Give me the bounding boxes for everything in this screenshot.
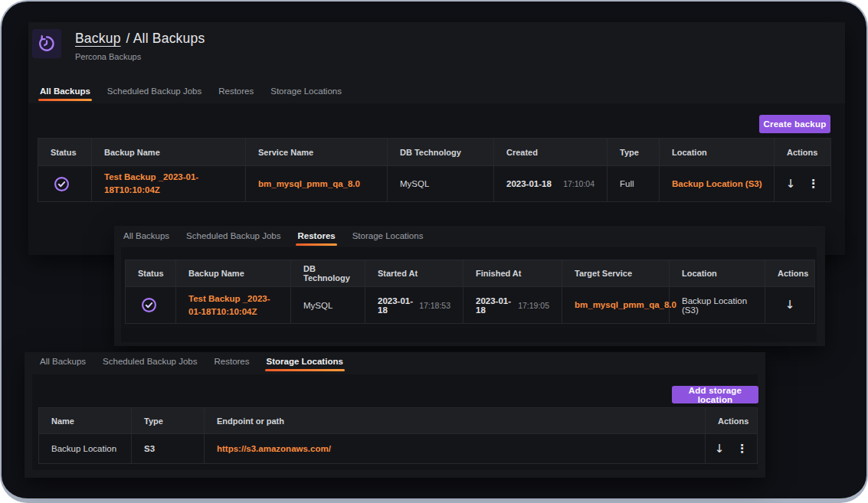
tab-restores[interactable]: Restores bbox=[297, 231, 335, 246]
tab-scheduled-backup-jobs[interactable]: Scheduled Backup Jobs bbox=[186, 231, 280, 246]
column-header-created: Created bbox=[494, 139, 608, 166]
column-header-location: Location bbox=[660, 139, 775, 166]
table-row: Test Backup _2023-01-18T10:10:04Z MySQL … bbox=[126, 287, 815, 324]
download-icon[interactable]: ↓ bbox=[786, 178, 796, 190]
backup-name-link[interactable]: Test Backup _2023-01-18T10:10:04Z bbox=[188, 292, 283, 318]
tab-all-backups[interactable]: All Backups bbox=[123, 231, 169, 246]
column-header-service-name: Service Name bbox=[246, 139, 388, 166]
target-service-link[interactable]: bm_mysql_pmm_qa_8.0 bbox=[575, 299, 676, 312]
app-card: Backup / All Backups Percona Backups All… bbox=[0, 0, 868, 503]
tab-all-backups[interactable]: All Backups bbox=[40, 87, 90, 101]
tab-restores[interactable]: Restores bbox=[218, 87, 254, 101]
add-storage-location-button[interactable]: Add storage location bbox=[672, 386, 758, 403]
download-icon[interactable]: ↓ bbox=[785, 299, 795, 311]
name-cell: Backup Location bbox=[39, 434, 132, 464]
tab-storage-locations[interactable]: Storage Locations bbox=[352, 231, 424, 246]
location-cell: Backup Location (S3) bbox=[660, 166, 775, 202]
target-service-cell: bm_mysql_pmm_qa_8.0 bbox=[562, 287, 670, 324]
column-header-type: Type bbox=[608, 139, 660, 166]
tab-scheduled-backup-jobs[interactable]: Scheduled Backup Jobs bbox=[107, 87, 201, 101]
actions: ↓ ⋮ bbox=[706, 443, 757, 455]
started-time: 17:18:53 bbox=[419, 301, 450, 310]
endpoint-cell: https://s3.amazonaws.com/ bbox=[205, 434, 706, 464]
column-header-location: Location bbox=[670, 260, 765, 287]
all-backups-table: Status Backup Name Service Name DB Techn… bbox=[38, 138, 831, 202]
actions-cell: ↓ ⋮ bbox=[775, 166, 831, 202]
table-header-row: Name Type Endpoint or path Actions bbox=[39, 408, 758, 434]
service-name-link[interactable]: bm_mysql_pmm_qa_8.0 bbox=[258, 178, 360, 191]
column-header-finished-at: Finished At bbox=[463, 260, 562, 287]
check-circle-icon bbox=[141, 297, 157, 313]
tab-all-backups[interactable]: All Backups bbox=[40, 357, 86, 371]
panel-all-backups: Backup / All Backups Percona Backups All… bbox=[28, 22, 845, 255]
location-text: Backup Location (S3) bbox=[682, 296, 747, 315]
type-cell: Full bbox=[608, 166, 660, 202]
actions-cell: ↓ ⋮ bbox=[706, 434, 758, 464]
breadcrumb-current: / All Backups bbox=[126, 31, 205, 47]
column-header-name: Name bbox=[39, 408, 132, 434]
table-header-row: Status Backup Name Service Name DB Techn… bbox=[38, 139, 831, 166]
kebab-menu-icon[interactable]: ⋮ bbox=[736, 443, 748, 455]
backup-name-link[interactable]: Test Backup _2023-01-18T10:10:04Z bbox=[104, 171, 237, 196]
table-row: Test Backup _2023-01-18T10:10:04Z bm_mys… bbox=[38, 166, 831, 202]
actions: ↓ ⋮ bbox=[775, 178, 830, 190]
location-cell: Backup Location (S3) bbox=[670, 287, 765, 324]
db-technology-cell: MySQL bbox=[291, 287, 365, 324]
created-date: 2023-01-18 bbox=[506, 179, 552, 188]
panel-storage-locations: All Backups Scheduled Backup Jobs Restor… bbox=[25, 352, 765, 478]
location-link[interactable]: Backup Location (S3) bbox=[672, 178, 762, 191]
table-row: Backup Location S3 https://s3.amazonaws.… bbox=[39, 434, 758, 464]
tabbar-all-backups-panel: All Backups Scheduled Backup Jobs Restor… bbox=[40, 87, 342, 103]
type-cell: S3 bbox=[132, 434, 205, 464]
page-titles: Backup / All Backups Percona Backups bbox=[75, 29, 205, 61]
column-header-db-technology: DB Technology bbox=[388, 139, 494, 166]
backup-history-icon bbox=[32, 29, 61, 58]
finished-at-cell: 2023-01-18 17:19:05 bbox=[463, 287, 562, 324]
table-header-row: Status Backup Name DB Technology Started… bbox=[126, 260, 815, 287]
column-header-actions: Actions bbox=[765, 260, 815, 287]
actions-cell: ↓ bbox=[765, 287, 815, 324]
status-cell bbox=[38, 166, 92, 202]
started-datetime: 2023-01-18 17:18:53 bbox=[378, 296, 455, 315]
finished-date: 2023-01-18 bbox=[476, 296, 518, 315]
column-header-endpoint: Endpoint or path bbox=[205, 408, 706, 434]
column-header-status: Status bbox=[126, 260, 176, 287]
started-at-cell: 2023-01-18 17:18:53 bbox=[365, 287, 463, 324]
tab-storage-locations[interactable]: Storage Locations bbox=[267, 357, 343, 371]
status-cell bbox=[126, 287, 176, 324]
column-header-type: Type bbox=[132, 408, 205, 434]
panel-restores: All Backups Scheduled Backup Jobs Restor… bbox=[114, 226, 825, 346]
tab-restores[interactable]: Restores bbox=[214, 357, 249, 371]
tabbar-restores-panel: All Backups Scheduled Backup Jobs Restor… bbox=[123, 231, 423, 248]
column-header-actions: Actions bbox=[706, 408, 758, 434]
service-name-cell: bm_mysql_pmm_qa_8.0 bbox=[246, 166, 388, 202]
column-header-backup-name: Backup Name bbox=[176, 260, 291, 287]
storage-locations-table: Name Type Endpoint or path Actions Backu… bbox=[38, 407, 758, 464]
created-datetime: 2023-01-18 17:10:04 bbox=[506, 179, 599, 188]
breadcrumb-backup-link[interactable]: Backup bbox=[75, 31, 121, 47]
column-header-backup-name: Backup Name bbox=[92, 139, 246, 166]
column-header-target-service: Target Service bbox=[562, 260, 670, 287]
db-technology-cell: MySQL bbox=[388, 166, 494, 202]
page-subtitle: Percona Backups bbox=[75, 52, 205, 61]
finished-time: 17:19:05 bbox=[518, 301, 549, 310]
tabbar-storage-locations-panel: All Backups Scheduled Backup Jobs Restor… bbox=[40, 357, 343, 374]
column-header-db-technology: DB Technology bbox=[291, 260, 365, 287]
actions: ↓ bbox=[765, 299, 814, 311]
download-icon[interactable]: ↓ bbox=[715, 443, 725, 455]
finished-datetime: 2023-01-18 17:19:05 bbox=[476, 296, 554, 315]
screenshot-stage: Backup / All Backups Percona Backups All… bbox=[0, 0, 868, 503]
column-header-started-at: Started At bbox=[365, 260, 463, 287]
kebab-menu-icon[interactable]: ⋮ bbox=[807, 178, 819, 190]
created-cell: 2023-01-18 17:10:04 bbox=[494, 166, 608, 202]
backup-name-cell: Test Backup _2023-01-18T10:10:04Z bbox=[176, 287, 291, 324]
create-backup-button[interactable]: Create backup bbox=[759, 115, 830, 133]
check-circle-icon bbox=[54, 176, 70, 192]
tab-scheduled-backup-jobs[interactable]: Scheduled Backup Jobs bbox=[103, 357, 197, 371]
page-header: Backup / All Backups Percona Backups bbox=[32, 29, 205, 61]
tab-storage-locations[interactable]: Storage Locations bbox=[270, 87, 342, 101]
page-title: Backup / All Backups bbox=[75, 31, 205, 47]
started-date: 2023-01-18 bbox=[378, 296, 419, 315]
created-time: 17:10:04 bbox=[563, 179, 594, 188]
endpoint-link[interactable]: https://s3.amazonaws.com/ bbox=[217, 443, 331, 456]
